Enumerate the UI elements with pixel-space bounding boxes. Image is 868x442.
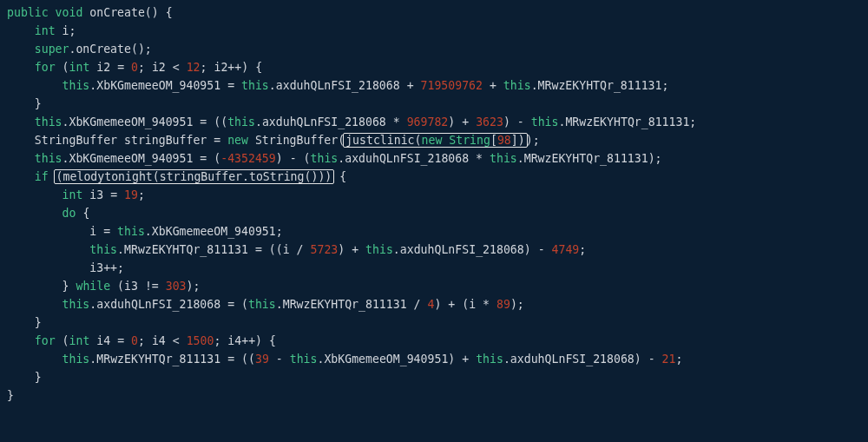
number-literal: 0 xyxy=(131,61,138,74)
keyword-do: do xyxy=(62,207,76,220)
number-literal: 89 xyxy=(496,298,510,311)
type-string: String xyxy=(449,134,490,147)
keyword-this: this xyxy=(62,79,90,92)
keyword-public: public xyxy=(7,6,49,19)
number-literal: 19 xyxy=(124,188,138,201)
code-line: } xyxy=(7,371,42,384)
number-literal: 0 xyxy=(131,334,138,347)
keyword-int: int xyxy=(35,24,56,37)
code-line: int i3 = 19; xyxy=(7,188,145,201)
type-stringbuffer: StringBuffer xyxy=(35,134,117,147)
number-literal: 1500 xyxy=(187,334,214,347)
code-line: StringBuffer stringBuffer = new StringBu… xyxy=(7,134,540,147)
code-line: if (melodytonight(stringBuffer.toString(… xyxy=(7,170,346,183)
field-xbkg: XbKGmemeeOM_940951 xyxy=(96,79,220,92)
code-line: int i; xyxy=(7,24,76,37)
keyword-while: while xyxy=(76,280,110,293)
code-line: for (int i2 = 0; i2 < 12; i2++) { xyxy=(7,61,262,74)
code-line: this.XbKGmemeeOM_940951 = (-4352459) - (… xyxy=(7,152,662,165)
code-block: public void onCreate() { int i; super.on… xyxy=(0,0,868,410)
number-literal: 12 xyxy=(187,61,201,74)
code-line: this.MRwzEKYHTQr_811131 = ((i / 5723) + … xyxy=(7,243,586,256)
number-literal: 303 xyxy=(166,280,187,293)
number-literal: 21 xyxy=(662,353,676,366)
code-line: } xyxy=(7,389,14,402)
number-literal: 3623 xyxy=(476,115,503,129)
code-line: } xyxy=(7,97,42,110)
call-melodytonight: melodytonight xyxy=(63,170,153,183)
keyword-super: super xyxy=(35,43,69,56)
code-line: public void onCreate() { xyxy=(7,6,173,19)
call-justclinic: justclinic xyxy=(345,134,414,147)
code-line: i3++; xyxy=(7,261,124,274)
code-line: this.XbKGmemeeOM_940951 = this.axduhQLnF… xyxy=(7,79,668,92)
number-literal: 969782 xyxy=(407,115,449,129)
code-line: } xyxy=(7,316,42,329)
field-axd: axduhQLnFSI_218068 xyxy=(276,79,400,92)
code-line: for (int i4 = 0; i4 < 1500; i4++) { xyxy=(7,334,276,347)
keyword-void: void xyxy=(56,6,83,19)
number-literal: 5723 xyxy=(311,243,339,256)
number-literal: 98 xyxy=(497,134,511,147)
highlight-box-justclinic: justclinic(new String[98]) xyxy=(343,133,528,148)
code-line: this.axduhQLnFSI_218068 = (this.MRwzEKYH… xyxy=(7,298,524,311)
highlight-box-melodytonight: (melodytonight(stringBuffer.toString())) xyxy=(54,169,335,184)
code-line: } while (i3 != 303); xyxy=(7,280,200,293)
number-literal: -4352459 xyxy=(220,152,276,165)
number-literal: 39 xyxy=(255,353,269,366)
code-line: do { xyxy=(7,207,89,220)
keyword-new: new xyxy=(227,134,248,147)
method-name: onCreate xyxy=(89,6,145,19)
number-literal: 4749 xyxy=(552,243,580,256)
field-mrw: MRwzEKYHTQr_811131 xyxy=(538,79,662,92)
code-line: this.MRwzEKYHTQr_811131 = ((39 - this.Xb… xyxy=(7,353,682,366)
number-literal: 719509762 xyxy=(421,79,483,92)
code-line: i = this.XbKGmemeeOM_940951; xyxy=(7,225,283,238)
code-line: this.XbKGmemeeOM_940951 = ((this.axduhQL… xyxy=(7,115,696,129)
keyword-if: if xyxy=(35,170,49,183)
code-line: super.onCreate(); xyxy=(7,43,152,56)
keyword-for: for xyxy=(35,61,56,74)
